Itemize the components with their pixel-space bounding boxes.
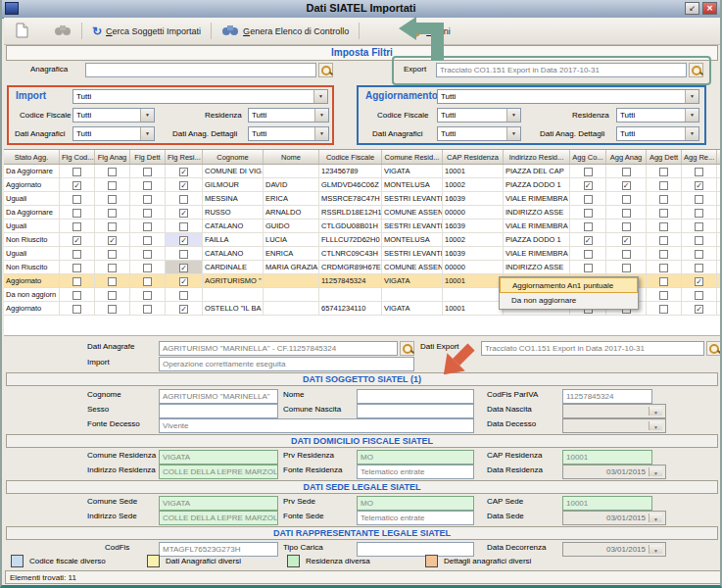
data-decorrenza-combo[interactable]: 03/01/2015▼ [562, 542, 666, 557]
column-header[interactable]: Indirizzo Resid... [504, 150, 570, 164]
column-header[interactable]: Stato Agg. [4, 150, 60, 164]
cap-residenza-field[interactable]: 10001 [562, 450, 652, 465]
column-header[interactable]: Agg Anag [606, 150, 647, 164]
flg-cod-checkbox[interactable] [72, 250, 81, 259]
prv-sede-field[interactable]: MO [357, 496, 474, 511]
nome-field[interactable] [357, 389, 474, 404]
column-header[interactable]: Flg Anag [95, 150, 130, 164]
agg-dett-checkbox[interactable] [659, 291, 668, 300]
flg-anag-checkbox[interactable] [108, 181, 117, 190]
comune-residenza-field[interactable]: VIGATA [159, 450, 278, 465]
flg-dett-checkbox[interactable] [143, 250, 152, 259]
flg-anag-checkbox[interactable] [108, 168, 117, 176]
flg-cod-checkbox[interactable]: ✓ [72, 181, 81, 190]
flg-cod-checkbox[interactable] [72, 209, 81, 218]
aggiornamento-dati-anag-dettagli-select[interactable]: Tutti▼ [616, 126, 699, 141]
table-row[interactable]: Da Aggiornare✓COMUNE DI VIG.123456789VIG… [4, 165, 722, 178]
comune-nascita-field[interactable] [357, 404, 474, 418]
column-header[interactable]: CAP Residenza [443, 150, 504, 164]
data-residenza-combo[interactable]: 03/01/2015▼ [562, 465, 666, 479]
flg-dett-checkbox[interactable] [143, 195, 152, 204]
agg-dett-checkbox[interactable] [659, 250, 668, 259]
agg-anag-checkbox[interactable]: ✓ [622, 181, 631, 190]
indirizzo-residenza-field[interactable]: COLLE DELLA LEPRE MARZOLINA [159, 465, 278, 479]
column-header[interactable]: Agg Re... [682, 150, 717, 164]
aggiornamento-residenza-select[interactable]: Tutti▼ [616, 108, 699, 122]
cap-sede-field[interactable]: 10001 [562, 496, 652, 511]
flg-dett-checkbox[interactable] [143, 222, 152, 231]
flg-resi-checkbox[interactable]: ✓ [179, 236, 188, 245]
column-header[interactable]: Agg Co... [570, 150, 606, 164]
column-header[interactable]: Flg Resi... [166, 150, 203, 164]
flg-resi-checkbox[interactable] [179, 291, 188, 300]
agg-co-checkbox[interactable] [584, 222, 593, 231]
flg-dett-checkbox[interactable] [143, 168, 152, 176]
import-select[interactable]: Tutti▼ [72, 89, 328, 104]
sesso-field[interactable] [159, 404, 278, 418]
binoculars-disabled-button[interactable] [48, 22, 77, 40]
flg-dett-checkbox[interactable] [143, 277, 152, 286]
anagrafica-magnifier-icon[interactable] [318, 63, 333, 77]
column-header[interactable]: Nome [264, 150, 319, 164]
dati-export-field[interactable]: Tracciato CO1.151 Export in Data 2017-10… [481, 341, 704, 356]
agg-co-checkbox[interactable] [584, 168, 593, 176]
aggiornamento-codice-fiscale-select[interactable]: Tutti▼ [437, 108, 521, 122]
agg-co-checkbox[interactable] [584, 264, 593, 272]
table-row[interactable]: UgualiCATALANOGUIDOCTLGDU08B01HSESTRI LE… [4, 220, 722, 233]
aggiornamento-select[interactable]: Tutti▼ [437, 89, 699, 104]
import-result-field[interactable]: Operazione correttamente eseguita [159, 357, 414, 371]
agg-anag-checkbox[interactable] [622, 264, 631, 272]
table-row[interactable]: UgualiMESSINAERICAMSSRCE78C47HSESTRI LEV… [4, 192, 722, 206]
agg-co-checkbox[interactable] [584, 250, 593, 259]
export-input[interactable]: Tracciato CO1.151 Export in Data 2017-10… [436, 63, 687, 77]
agg-anag-checkbox[interactable] [622, 195, 631, 204]
table-row[interactable]: Da Aggiornare✓RUSSOARNALDORSSRLD18E12H1C… [4, 206, 722, 220]
flg-resi-checkbox[interactable]: ✓ [179, 168, 188, 176]
agg-co-checkbox[interactable]: ✓ [584, 236, 593, 245]
flg-anag-checkbox[interactable] [108, 277, 117, 286]
agg-re-checkbox[interactable] [695, 236, 703, 245]
column-header[interactable]: Agg Dett [647, 150, 682, 164]
flg-dett-checkbox[interactable] [143, 209, 152, 218]
agg-re-checkbox[interactable]: ✓ [695, 277, 703, 286]
agg-dett-checkbox[interactable] [659, 168, 668, 176]
table-row[interactable]: UgualiCATALANOENRICACTLNRC09C43HSESTRI L… [4, 247, 722, 261]
flg-resi-checkbox[interactable]: ✓ [179, 277, 188, 286]
flg-anag-checkbox[interactable] [108, 195, 117, 204]
dati-export-magnifier-icon[interactable] [706, 341, 721, 356]
dati-anagrafe-field[interactable]: AGRITURISMO "MARINELLA" - CF.11257845324 [159, 341, 398, 356]
fonte-sede-field[interactable]: Telematico entrate [357, 511, 474, 525]
agg-re-checkbox[interactable] [695, 209, 703, 218]
fonte-residenza-field[interactable]: Telematico entrate [357, 465, 474, 479]
agg-dett-checkbox[interactable] [659, 222, 668, 231]
new-button[interactable] [10, 21, 34, 42]
import-dati-anag-dettagli-select[interactable]: Tutti▼ [248, 126, 329, 141]
restore-button[interactable]: ↙ [685, 2, 699, 15]
flg-cod-checkbox[interactable] [72, 277, 81, 286]
import-residenza-select[interactable]: Tutti▼ [248, 108, 329, 122]
flg-cod-checkbox[interactable] [72, 291, 81, 300]
flg-dett-checkbox[interactable] [143, 305, 152, 314]
flg-anag-checkbox[interactable] [108, 222, 117, 231]
flg-resi-checkbox[interactable] [179, 222, 188, 231]
data-decesso-combo[interactable]: ▼ [562, 418, 666, 433]
agg-dett-checkbox[interactable] [659, 236, 668, 245]
prv-residenza-field[interactable]: MO [357, 450, 474, 465]
flg-cod-checkbox[interactable] [72, 264, 81, 272]
table-row[interactable]: Non Riuscito✓✓✓FAILLALUCIAFLLLCU72D62H0M… [4, 233, 722, 247]
flg-dett-checkbox[interactable] [143, 291, 152, 300]
flg-cod-checkbox[interactable]: ✓ [72, 236, 81, 245]
agg-anag-checkbox[interactable] [622, 209, 631, 218]
flg-cod-checkbox[interactable] [72, 305, 81, 314]
flg-resi-checkbox[interactable]: ✓ [179, 181, 188, 190]
agg-re-checkbox[interactable] [695, 291, 703, 300]
flg-cod-checkbox[interactable] [72, 222, 81, 231]
splitter[interactable] [4, 335, 722, 339]
comune-sede-field[interactable]: VIGATA [159, 496, 278, 511]
agg-dett-checkbox[interactable] [659, 277, 668, 286]
context-menu-item[interactable]: Aggiornamento An1 puntuale [500, 277, 638, 293]
flg-anag-checkbox[interactable] [108, 264, 117, 272]
flg-dett-checkbox[interactable] [143, 236, 152, 245]
flg-anag-checkbox[interactable] [108, 209, 117, 218]
flg-cod-checkbox[interactable] [72, 168, 81, 176]
